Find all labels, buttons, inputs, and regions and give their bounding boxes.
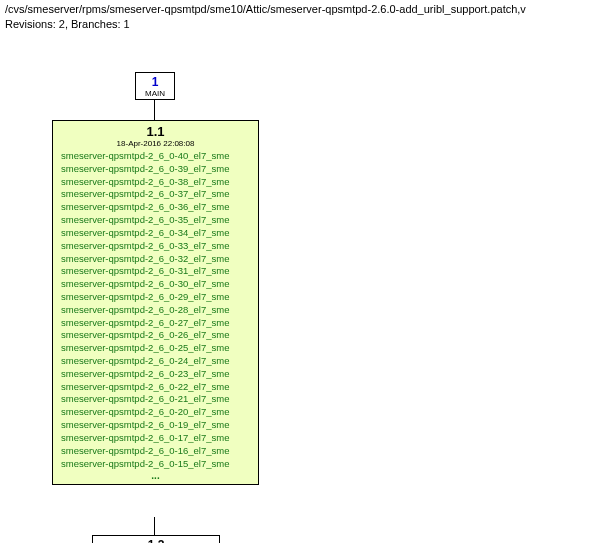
branch-number: 1 bbox=[138, 75, 172, 89]
tag-list: smeserver-qpsmtpd-2_6_0-40_el7_smesmeser… bbox=[58, 150, 253, 470]
tag-item: smeserver-qpsmtpd-2_6_0-30_el7_sme bbox=[58, 278, 253, 291]
tag-item: smeserver-qpsmtpd-2_6_0-28_el7_sme bbox=[58, 304, 253, 317]
revision-version: 1.1 bbox=[58, 124, 253, 139]
tag-item: smeserver-qpsmtpd-2_6_0-40_el7_sme bbox=[58, 150, 253, 163]
tag-item: smeserver-qpsmtpd-2_6_0-39_el7_sme bbox=[58, 163, 253, 176]
tag-item: smeserver-qpsmtpd-2_6_0-22_el7_sme bbox=[58, 381, 253, 394]
tag-item: smeserver-qpsmtpd-2_6_0-35_el7_sme bbox=[58, 214, 253, 227]
tag-item: smeserver-qpsmtpd-2_6_0-32_el7_sme bbox=[58, 253, 253, 266]
tag-item: smeserver-qpsmtpd-2_6_0-24_el7_sme bbox=[58, 355, 253, 368]
tag-item: smeserver-qpsmtpd-2_6_0-38_el7_sme bbox=[58, 176, 253, 189]
tag-item: smeserver-qpsmtpd-2_6_0-23_el7_sme bbox=[58, 368, 253, 381]
tag-item: smeserver-qpsmtpd-2_6_0-15_el7_sme bbox=[58, 458, 253, 471]
tag-ellipsis: ... bbox=[58, 470, 253, 481]
tag-item: smeserver-qpsmtpd-2_6_0-31_el7_sme bbox=[58, 265, 253, 278]
revisions-info: Revisions: 2, Branches: 1 bbox=[0, 18, 614, 35]
tag-item: smeserver-qpsmtpd-2_6_0-25_el7_sme bbox=[58, 342, 253, 355]
tag-item: smeserver-qpsmtpd-2_6_0-17_el7_sme bbox=[58, 432, 253, 445]
tag-item: smeserver-qpsmtpd-2_6_0-19_el7_sme bbox=[58, 419, 253, 432]
revision-1.2-node[interactable]: 1.2 16-Dec-2020 17:49:06 HEAD bbox=[92, 535, 220, 543]
revision-version: 1.2 bbox=[95, 538, 217, 543]
connector-line bbox=[154, 517, 155, 535]
branch-label: MAIN bbox=[138, 89, 172, 98]
tag-item: smeserver-qpsmtpd-2_6_0-16_el7_sme bbox=[58, 445, 253, 458]
revision-date: 18-Apr-2016 22:08:08 bbox=[58, 139, 253, 148]
revision-1.1-node[interactable]: 1.1 18-Apr-2016 22:08:08 smeserver-qpsmt… bbox=[52, 120, 259, 485]
tag-item: smeserver-qpsmtpd-2_6_0-21_el7_sme bbox=[58, 393, 253, 406]
connector-line bbox=[154, 100, 155, 120]
tag-item: smeserver-qpsmtpd-2_6_0-37_el7_sme bbox=[58, 188, 253, 201]
tag-item: smeserver-qpsmtpd-2_6_0-34_el7_sme bbox=[58, 227, 253, 240]
tag-item: smeserver-qpsmtpd-2_6_0-27_el7_sme bbox=[58, 317, 253, 330]
tag-item: smeserver-qpsmtpd-2_6_0-20_el7_sme bbox=[58, 406, 253, 419]
tag-item: smeserver-qpsmtpd-2_6_0-36_el7_sme bbox=[58, 201, 253, 214]
file-path: /cvs/smeserver/rpms/smeserver-qpsmtpd/sm… bbox=[0, 0, 614, 18]
tag-item: smeserver-qpsmtpd-2_6_0-26_el7_sme bbox=[58, 329, 253, 342]
tag-item: smeserver-qpsmtpd-2_6_0-33_el7_sme bbox=[58, 240, 253, 253]
tag-item: smeserver-qpsmtpd-2_6_0-29_el7_sme bbox=[58, 291, 253, 304]
branch-main-node[interactable]: 1 MAIN bbox=[135, 72, 175, 100]
